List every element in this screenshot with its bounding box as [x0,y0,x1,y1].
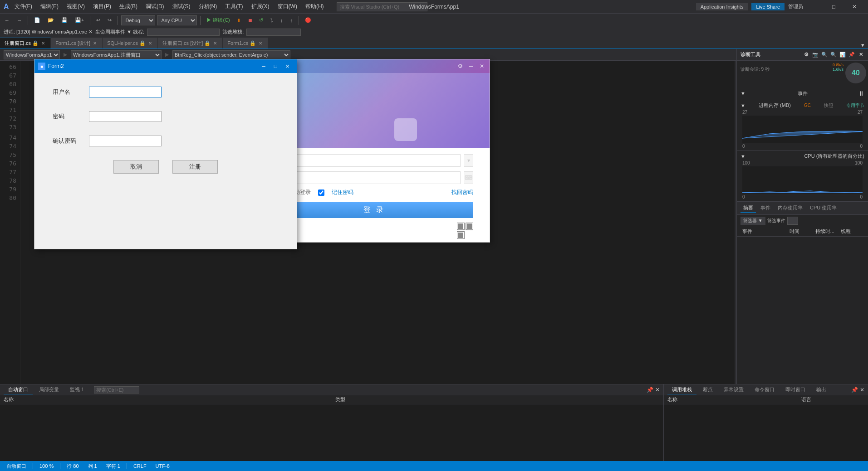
save-button[interactable]: 💾 [59,15,70,25]
diag-camera-icon[interactable]: 📷 [812,51,819,58]
qq-keyboard-icon[interactable]: ⌨ [464,171,473,184]
status-auto-window[interactable]: 自动窗口 [4,463,29,470]
step-out-button[interactable]: ↑ [287,15,295,25]
continue-button[interactable]: ▶ 继续(C) [204,15,232,25]
tab-form1-close[interactable]: ✕ [258,40,263,46]
back-button[interactable]: ← [2,15,12,25]
tab-register-design[interactable]: 注册窗口.cs [设计] 🔒 ✕ [158,38,223,49]
qq-qr-icon[interactable] [457,223,473,239]
confirm-input[interactable] [89,136,162,146]
menu-test[interactable]: 测试(S) [169,2,194,11]
method-dropdown[interactable]: BtnReg_Click(object sender, EventArgs e) [172,50,290,59]
tab-auto-window[interactable]: 自动窗口 [4,385,33,394]
menu-build[interactable]: 生成(B) [116,2,141,11]
close-button[interactable]: ✕ [844,0,864,14]
diag-pin-icon[interactable]: 📌 [848,51,855,58]
bottom-right-close-icon[interactable]: ✕ [860,387,864,393]
pause-button[interactable]: ⏸ [234,15,244,25]
tab-exception[interactable]: 异常设置 [719,385,748,394]
events-pause-button[interactable]: ⏸ [858,90,864,97]
cancel-button[interactable]: 取消 [113,160,159,174]
diag-tab-summary[interactable]: 摘要 [740,204,756,213]
cpu-collapse[interactable]: ▼ [740,154,745,159]
diag-zoom-out-icon[interactable]: 🔍 [830,51,837,58]
redo-button[interactable]: ↪ [105,15,114,25]
diag-settings-icon[interactable]: ⚙ [803,51,810,58]
username-input[interactable] [89,87,162,97]
tab-output[interactable]: 输出 [812,385,831,394]
memory-collapse[interactable]: ▼ [740,103,745,108]
diag-tab-events[interactable]: 事件 [758,204,773,213]
bottom-left-close-icon[interactable]: ✕ [655,387,660,393]
qq-settings-icon[interactable]: ⚙ [456,62,464,70]
stack-filter-input[interactable] [246,29,301,36]
tab-form1-design-close[interactable]: ✕ [92,40,98,46]
tab-register-cs[interactable]: 注册窗口.cs 🔒 ✕ [0,38,51,49]
tab-immediate[interactable]: 即时窗口 [781,385,810,394]
diag-tab-memory[interactable]: 内存使用率 [775,204,805,213]
menu-debug[interactable]: 调试(D) [142,2,168,11]
restart-button[interactable]: ↺ [256,15,266,25]
status-char[interactable]: 字符 1 [103,463,123,470]
qq-find-pwd-link[interactable]: 找回密码 [451,189,473,196]
status-zoom[interactable]: 100 % [37,463,56,469]
diag-close-icon[interactable]: ✕ [857,51,864,58]
status-row[interactable]: 行 80 [64,463,81,470]
tab-breakpoints[interactable]: 断点 [698,385,717,394]
menu-edit[interactable]: 编辑(E) [37,2,62,11]
tab-form1-design[interactable]: Form1.cs [设计] ✕ [51,38,103,49]
forward-button[interactable]: → [14,15,25,25]
qq-login-button[interactable]: 登 录 [275,202,473,218]
save-all-button[interactable]: 💾+ [72,15,87,25]
tab-register-design-close[interactable]: ✕ [212,40,218,46]
maximize-button[interactable]: □ [824,0,844,14]
menu-window[interactable]: 窗口(W) [274,2,301,11]
new-project-button[interactable]: 📄 [31,15,43,25]
undo-button[interactable]: ↩ [93,15,103,25]
menu-analyze[interactable]: 分析(N) [195,2,221,11]
menu-tools[interactable]: 工具(T) [221,2,246,11]
diag-chart-icon[interactable]: 📊 [839,51,846,58]
step-into-button[interactable]: ↓ [278,15,286,25]
step-over-button[interactable]: ⤵ [268,15,276,25]
password-input[interactable] [89,111,162,122]
live-share-button[interactable]: Live Share [751,3,785,10]
events-collapse[interactable]: ▼ [740,91,745,96]
qq-close-button[interactable]: ✕ [478,62,486,70]
menu-view[interactable]: 视图(V) [63,2,88,11]
class-dropdown[interactable]: WindowsFormsApp1 [4,50,60,59]
tab-watch1[interactable]: 监视 1 [65,385,88,394]
menu-project[interactable]: 项目(P) [89,2,115,11]
bottom-search-input[interactable] [94,386,139,393]
status-crlf[interactable]: CRLF [131,463,149,469]
qq-account-dropdown[interactable]: ▾ [464,154,473,167]
debug-config-dropdown[interactable]: Debug [121,15,155,25]
namespace-dropdown[interactable]: WindowsFormsApp1.注册窗口 [71,50,162,59]
thread-input[interactable] [147,29,220,36]
form2-minimize-button[interactable]: ─ [258,59,270,73]
open-button[interactable]: 📂 [45,15,57,25]
tab-form1[interactable]: Form1.cs 🔒 ✕ [223,38,268,49]
bottom-right-pin-icon[interactable]: 📌 [851,387,858,393]
status-col[interactable]: 列 1 [85,463,100,470]
diag-zoom-in-icon[interactable]: 🔍 [821,51,828,58]
tab-register-cs-close[interactable]: ✕ [40,40,46,46]
register-button[interactable]: 注册 [172,160,218,174]
app-insights-button[interactable]: Application Insights [696,3,748,10]
menu-help[interactable]: 帮助(H) [302,2,328,11]
menu-file[interactable]: 文件(F) [11,2,36,11]
menu-extend[interactable]: 扩展(X) [248,2,273,11]
filter-button[interactable]: 筛选器 ▼ [740,217,765,225]
tab-sqlhelper-close[interactable]: ✕ [147,40,153,46]
status-encoding[interactable]: UTF-8 [153,463,172,469]
tab-sqlhelper[interactable]: SQLHelper.cs 🔒 ✕ [103,38,158,49]
minimize-button[interactable]: ─ [803,0,824,14]
platform-dropdown[interactable]: Any CPU [157,15,197,25]
tab-dropdown-button[interactable]: ▾ [858,42,868,49]
qq-remember-pwd-checkbox[interactable] [318,189,324,196]
tab-locals[interactable]: 局部变量 [34,385,64,394]
form2-close-button[interactable]: ✕ [281,59,293,73]
qq-password-input[interactable] [288,171,461,184]
qq-minimize-button[interactable]: ─ [467,62,475,70]
diag-tab-cpu[interactable]: CPU 使用率 [807,204,839,213]
